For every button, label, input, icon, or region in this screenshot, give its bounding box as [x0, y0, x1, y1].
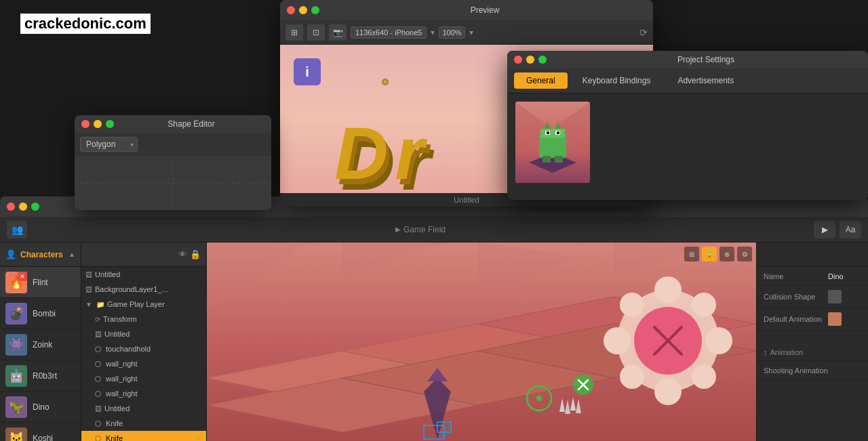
- preview-zoom-arrow[interactable]: ▾: [469, 28, 473, 37]
- character-avatar-dino: 🦖: [5, 396, 27, 418]
- bombi-name: Bombi: [33, 309, 75, 318]
- preview-tool-layout[interactable]: ⊞: [285, 24, 303, 41]
- preview-dropdown-arrow[interactable]: ▾: [431, 28, 435, 37]
- shape-editor-close-button[interactable]: [81, 120, 90, 128]
- project-settings-tabs: General Keyboard Bindings Advertisements: [507, 68, 868, 93]
- prop-collision-thumb: [828, 290, 842, 303]
- character-item-flint[interactable]: 🔥 ✕ Flint: [0, 267, 81, 298]
- ps-tab-general[interactable]: General: [514, 72, 568, 89]
- svg-point-20: [692, 293, 716, 317]
- ps-tab-keyboard[interactable]: Keyboard Bindings: [570, 72, 663, 89]
- layer-item-untitled-top[interactable]: 🖼 Untitled ··: [81, 267, 206, 282]
- layer-item-wall-right-1[interactable]: wall_right: [81, 356, 206, 371]
- canvas-tool-3[interactable]: ⊕: [719, 247, 734, 261]
- layer-dots-sub2: ··: [199, 406, 202, 412]
- project-settings-titlebar: Project Settings: [507, 51, 868, 68]
- collapse-button[interactable]: ▲: [68, 251, 75, 258]
- preview-maximize-button[interactable]: [311, 6, 319, 14]
- layer-image-icon-sub2: 🖼: [95, 405, 102, 413]
- zoink-name: Zoink: [33, 340, 75, 350]
- prop-default-anim-label: Default Animation: [764, 315, 828, 323]
- ps-minimize-button[interactable]: [526, 56, 534, 64]
- shape-editor-canvas: [75, 156, 271, 210]
- layer-item-wall-right-3[interactable]: wall_right: [81, 386, 206, 401]
- preview-resolution-selector[interactable]: 1136x640 - iPhone5: [351, 26, 427, 39]
- characters-panel-title: Characters: [20, 250, 64, 259]
- preview-refresh-button[interactable]: ⟳: [639, 27, 648, 38]
- layers-header-icons: 👁 🔒: [178, 249, 201, 259]
- properties-panel-header: [757, 243, 868, 267]
- preview-zoom[interactable]: 100%: [439, 26, 465, 39]
- play-button[interactable]: ▶: [814, 221, 835, 238]
- layer-name-touchandhold: touchandhold: [106, 345, 202, 353]
- layer-name-wall-right-1: wall_right: [106, 360, 202, 368]
- preview-minimize-button[interactable]: [299, 6, 307, 14]
- layers-header: 👁 🔒: [81, 243, 206, 267]
- character-item-bombi[interactable]: 💣 Bombi: [0, 298, 81, 329]
- layer-dot-knife1: [95, 421, 101, 427]
- layer-item-wall-right-2[interactable]: wall_right: [81, 371, 206, 386]
- group-tool-button[interactable]: 👥: [7, 221, 27, 238]
- ps-close-button[interactable]: [514, 56, 522, 64]
- prop-name-row: Name Dino: [757, 267, 868, 286]
- svg-rect-52: [555, 156, 563, 163]
- character-avatar-flint: 🔥 ✕: [5, 272, 27, 293]
- character-item-dino[interactable]: 🦖 Dino: [0, 392, 81, 423]
- project-settings-preview-image: [515, 102, 590, 183]
- canvas-tool-4[interactable]: ⚙: [737, 247, 752, 261]
- layers-panel: 👁 🔒 🖼 Untitled ·· 🖼 BackgroundLayer1_...…: [81, 243, 207, 441]
- layer-item-untitled-sub2[interactable]: 🖼 Untitled ··: [81, 401, 206, 416]
- ps-maximize-button[interactable]: [538, 56, 547, 64]
- shape-editor-maximize-button[interactable]: [106, 120, 114, 128]
- character-item-zoink[interactable]: 👾 Zoink: [0, 329, 81, 360]
- layer-item-background[interactable]: 🖼 BackgroundLayer1_... ··: [81, 282, 206, 297]
- character-item-koshi[interactable]: 🐱 Koshi: [0, 423, 81, 441]
- layer-item-untitled-sub[interactable]: 🖼 Untitled ··: [81, 327, 206, 341]
- preview-close-button[interactable]: [287, 6, 295, 14]
- character-avatar-bombi: 💣: [5, 303, 27, 324]
- maximize-button[interactable]: [31, 203, 39, 211]
- lock-icon[interactable]: 🔒: [190, 249, 201, 259]
- preview-title: Preview: [323, 5, 646, 15]
- canvas-tool-lock[interactable]: 🔒: [702, 247, 717, 261]
- prop-default-anim-thumb: [828, 312, 842, 326]
- layer-dot-wall1: [95, 361, 101, 367]
- prop-default-anim-row: Default Animation: [757, 308, 868, 331]
- layer-dots-0: ··: [199, 272, 202, 278]
- minimize-button[interactable]: [19, 203, 27, 211]
- layer-item-gameplay[interactable]: ▼ 📁 Game Play Layer: [81, 297, 206, 312]
- canvas-toolbar: ⊞ 🔒 ⊕ ⚙: [684, 247, 752, 261]
- text-tool-button[interactable]: Aa: [840, 221, 861, 238]
- character-item-r0b3rt[interactable]: 🤖 R0b3rt: [0, 360, 81, 392]
- layer-item-knife-2[interactable]: Knife ···: [81, 431, 206, 441]
- close-button[interactable]: [7, 203, 15, 211]
- shape-editor-titlebar: Shape Editor: [75, 115, 271, 133]
- character-list: 🔥 ✕ Flint 💣 Bombi 👾 Zoink 🤖 R0b3rt: [0, 267, 81, 441]
- svg-point-22: [692, 364, 716, 389]
- game-canvas-area[interactable]: ⊞ 🔒 ⊕ ⚙: [207, 243, 756, 441]
- layer-item-knife-1[interactable]: Knife: [81, 416, 206, 431]
- svg-point-17: [604, 327, 631, 354]
- koshi-emoji: 🐱: [9, 431, 24, 442]
- canvas-tool-1[interactable]: ⊞: [684, 247, 699, 261]
- layer-item-touchandhold[interactable]: touchandhold: [81, 341, 206, 356]
- eye-icon[interactable]: 👁: [178, 249, 187, 259]
- svg-point-21: [620, 364, 644, 389]
- layer-dots-sub: ··: [199, 331, 202, 337]
- shape-editor-window: Shape Editor Polygon Circle Rectangle ▾: [75, 115, 271, 210]
- ps-tab-advertisements[interactable]: Advertisements: [665, 72, 746, 89]
- shape-editor-title: Shape Editor: [118, 119, 264, 129]
- shape-editor-svg: [75, 156, 271, 210]
- character-avatar-zoink: 👾: [5, 334, 27, 356]
- ps-preview-svg: [515, 102, 590, 183]
- shape-type-selector[interactable]: Polygon Circle Rectangle: [80, 137, 138, 152]
- layer-item-transform[interactable]: ⟳ Transform: [81, 312, 206, 327]
- prop-collision-row: Collision Shape: [757, 286, 868, 308]
- shape-editor-minimize-button[interactable]: [94, 120, 102, 128]
- characters-panel-header: 👤 Characters ▲: [0, 243, 81, 267]
- layer-dot-touch: [95, 346, 101, 352]
- preview-tool-camera[interactable]: 📷: [329, 24, 347, 41]
- preview-tool-expand[interactable]: ⊡: [307, 24, 325, 41]
- watermark: crackedonic.com: [20, 14, 151, 34]
- decorative-bolt-1: [382, 79, 389, 85]
